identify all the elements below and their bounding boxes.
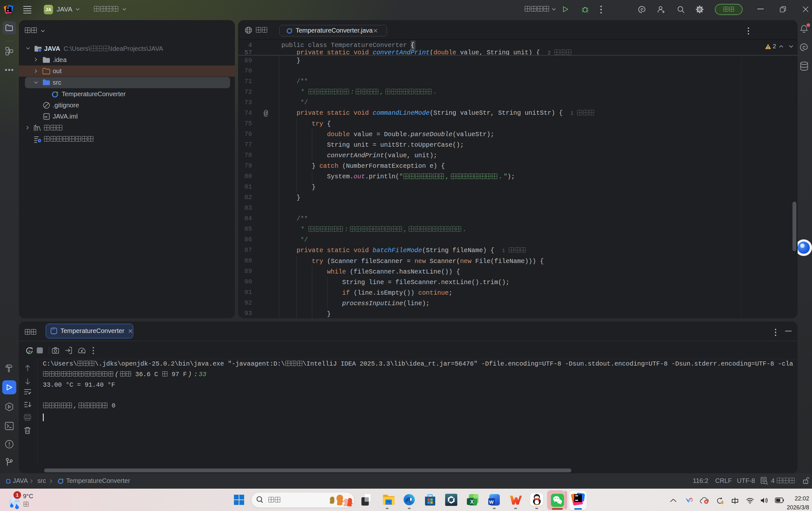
svg-text:W: W bbox=[489, 499, 494, 505]
svg-text:X: X bbox=[470, 499, 474, 505]
